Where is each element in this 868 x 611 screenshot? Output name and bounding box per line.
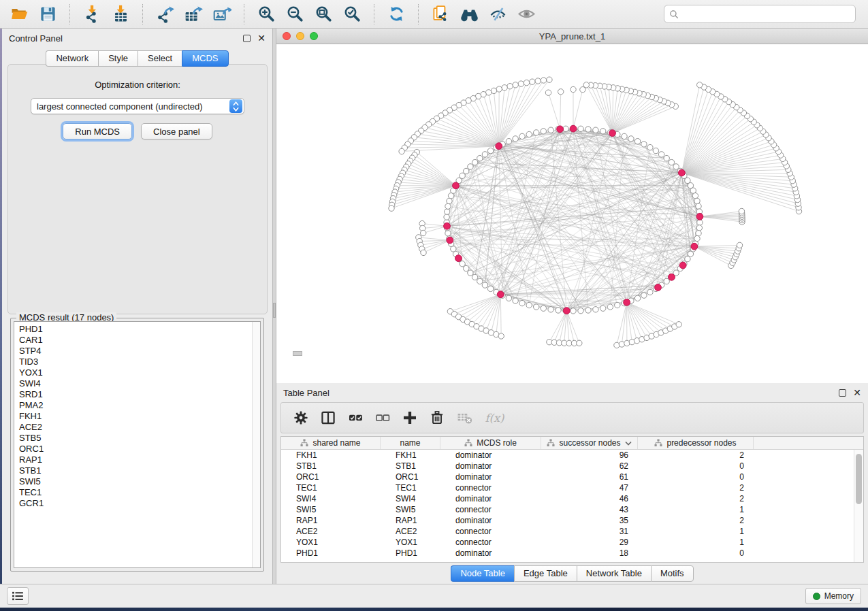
network-node[interactable]	[570, 308, 576, 314]
network-node[interactable]	[694, 235, 700, 241]
network-node[interactable]	[694, 198, 700, 203]
network-node[interactable]	[696, 203, 701, 209]
open-folder-icon[interactable]	[7, 3, 31, 26]
network-node[interactable]	[482, 282, 487, 288]
network-node[interactable]	[593, 127, 598, 133]
network-node[interactable]	[477, 155, 483, 161]
network-hub-node[interactable]	[609, 130, 616, 137]
network-node[interactable]	[615, 302, 620, 308]
network-node[interactable]	[614, 342, 620, 348]
network-node[interactable]	[519, 300, 525, 306]
network-node[interactable]	[641, 293, 647, 298]
network-node[interactable]	[697, 82, 703, 88]
network-node[interactable]	[534, 130, 539, 135]
network-hub-node[interactable]	[669, 274, 675, 280]
tab-node-table[interactable]: Node Table	[451, 565, 514, 582]
close-panel-button[interactable]: Close panel	[141, 123, 212, 139]
tab-motifs[interactable]: Motifs	[651, 565, 694, 582]
table-row[interactable]: TEC1TEC1connector472	[281, 482, 854, 493]
mcds-result-item[interactable]: RAP1	[19, 455, 252, 465]
network-node[interactable]	[468, 270, 473, 276]
network-node[interactable]	[513, 298, 518, 303]
network-node[interactable]	[477, 278, 483, 284]
network-node[interactable]	[519, 133, 525, 139]
network-hub-node[interactable]	[455, 255, 462, 262]
network-node[interactable]	[653, 148, 658, 153]
network-node[interactable]	[502, 85, 507, 90]
result-scrollbar[interactable]	[252, 322, 260, 567]
network-node[interactable]	[664, 155, 669, 161]
run-mcds-button[interactable]: Run MCDS	[63, 123, 132, 139]
import-network-icon[interactable]	[80, 3, 104, 26]
network-node[interactable]	[673, 164, 679, 169]
network-node[interactable]	[577, 340, 582, 346]
tab-mcds[interactable]: MCDS	[182, 50, 228, 67]
table-row[interactable]: YOX1YOX1connector291	[281, 537, 854, 548]
table-row[interactable]: ACE2ACE2connector311	[281, 526, 854, 537]
network-node[interactable]	[487, 286, 493, 291]
network-hub-node[interactable]	[624, 299, 630, 306]
zoom-out-icon[interactable]	[283, 3, 307, 26]
table-scrollbar[interactable]	[854, 450, 863, 562]
export-image-icon[interactable]	[210, 3, 234, 26]
deselect-all-icon[interactable]	[374, 409, 391, 427]
table-row[interactable]: ORC1ORC1dominator610	[281, 472, 854, 482]
network-hub-node[interactable]	[679, 169, 686, 176]
network-node[interactable]	[622, 133, 627, 139]
table-row[interactable]: SWI4SWI4dominator462	[281, 493, 854, 504]
zoom-fit-icon[interactable]	[311, 3, 336, 26]
mcds-result-item[interactable]: TID3	[19, 357, 252, 367]
network-node[interactable]	[524, 80, 529, 85]
network-node[interactable]	[696, 231, 701, 236]
table-row[interactable]: STB1STB1dominator620	[281, 461, 854, 472]
criterion-dropdown[interactable]: largest connected component (undirected)	[31, 98, 244, 114]
network-hub-node[interactable]	[655, 284, 662, 291]
network-hub-node[interactable]	[696, 213, 703, 220]
network-node[interactable]	[421, 250, 426, 255]
refresh-layout-icon[interactable]	[384, 3, 408, 26]
network-node[interactable]	[600, 129, 606, 134]
network-node[interactable]	[647, 144, 653, 150]
network-node[interactable]	[535, 78, 541, 84]
mcds-result-item[interactable]: SRD1	[19, 389, 252, 400]
mcds-result-item[interactable]: ORC1	[19, 444, 252, 455]
mcds-result-list[interactable]: PHD1CAR1STP4TID3YOX1SWI4SRD1PMA2FKH1ACE2…	[14, 321, 261, 568]
network-node[interactable]	[541, 78, 546, 83]
network-node[interactable]	[692, 193, 698, 199]
network-node[interactable]	[556, 308, 561, 313]
network-node[interactable]	[696, 225, 702, 231]
network-node[interactable]	[468, 164, 473, 169]
search-box[interactable]	[664, 5, 856, 23]
network-node[interactable]	[570, 86, 576, 92]
tab-network-table[interactable]: Network Table	[577, 565, 651, 582]
mcds-result-item[interactable]: SWI4	[19, 378, 252, 389]
network-hub-node[interactable]	[444, 222, 451, 229]
column-header-name[interactable]: name	[381, 437, 440, 449]
network-node[interactable]	[548, 127, 553, 133]
add-column-icon[interactable]	[401, 409, 419, 427]
mcds-result-item[interactable]: STB1	[19, 465, 252, 476]
show-all-icon[interactable]	[514, 3, 539, 26]
network-node[interactable]	[518, 81, 524, 86]
mcds-result-item[interactable]: SWI5	[19, 476, 252, 487]
network-node[interactable]	[669, 159, 674, 165]
float-panel-icon[interactable]	[243, 35, 251, 42]
network-node[interactable]	[447, 198, 452, 203]
network-node[interactable]	[498, 333, 504, 339]
network-node[interactable]	[507, 84, 513, 89]
column-header-MCDS-role[interactable]: MCDS role	[440, 437, 541, 449]
tab-edge-table[interactable]: Edge Table	[514, 565, 577, 582]
memory-button[interactable]: Memory	[805, 588, 861, 604]
mcds-result-item[interactable]: FKH1	[19, 411, 252, 422]
export-network-icon[interactable]	[152, 3, 177, 26]
table-row[interactable]: RAP1RAP1dominator352	[281, 515, 854, 526]
float-table-panel-icon[interactable]	[839, 389, 846, 397]
network-node[interactable]	[737, 242, 742, 248]
mcds-result-item[interactable]: TEC1	[19, 487, 252, 498]
network-node[interactable]	[545, 90, 551, 95]
network-node[interactable]	[444, 214, 449, 220]
horizontal-splitter-grip[interactable]	[293, 351, 302, 356]
network-node[interactable]	[641, 142, 647, 147]
network-node[interactable]	[496, 86, 502, 92]
network-node[interactable]	[506, 139, 511, 144]
